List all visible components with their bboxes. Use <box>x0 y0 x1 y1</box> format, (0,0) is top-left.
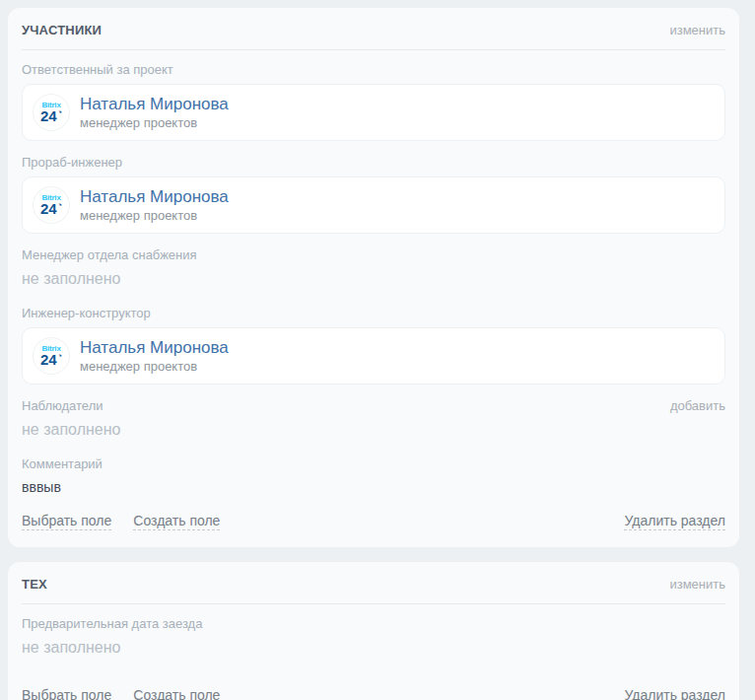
user-name-link[interactable]: Наталья Миронова <box>80 186 229 207</box>
field-comment: Комментарий вввыв <box>22 456 725 496</box>
user-name-link[interactable]: Наталья Миронова <box>80 94 229 114</box>
user-info: Наталья Миронова менеджер проектов <box>80 337 229 375</box>
field-label: Инженер-конструктор <box>22 306 725 320</box>
section-body: Предварительная дата заезда не заполнено <box>22 604 725 658</box>
bitrix24-avatar-icon: Bitrix 24◔ <box>33 337 70 375</box>
create-field-link[interactable]: Создать поле <box>133 513 220 530</box>
field-supply-manager: Менеджер отдела снабжения не заполнено <box>22 247 725 289</box>
field-label: Комментарий <box>22 456 725 471</box>
add-observer-link[interactable]: добавить <box>670 398 725 413</box>
section-footer: Выбрать поле Создать поле Удалить раздел <box>22 500 725 547</box>
field-responsible: Ответственный за проект Bitrix 24◔ Натал… <box>22 62 725 141</box>
user-card[interactable]: Bitrix 24◔ Наталья Миронова менеджер про… <box>22 176 725 234</box>
bitrix24-avatar-icon: Bitrix 24◔ <box>33 94 70 131</box>
user-role: менеджер проектов <box>80 207 229 224</box>
field-design-engineer: Инженер-конструктор Bitrix 24◔ Наталья М… <box>22 306 725 385</box>
section-title: ТЕХ <box>22 577 47 592</box>
clock-icon: ◔ <box>57 201 62 210</box>
section-header: УЧАСТНИКИ изменить <box>22 8 725 50</box>
field-label-row: Наблюдатели добавить <box>22 398 725 413</box>
field-label: Наблюдатели <box>22 398 103 413</box>
section-body: Ответственный за проект Bitrix 24◔ Натал… <box>22 50 725 496</box>
bitrix-logo-bottom: 24◔ <box>40 109 62 123</box>
field-label: Менеджер отдела снабжения <box>22 247 725 262</box>
field-observers: Наблюдатели добавить не заполнено <box>22 398 725 440</box>
user-card[interactable]: Bitrix 24◔ Наталья Миронова менеджер про… <box>22 327 725 385</box>
section-tech: ТЕХ изменить Предварительная дата заезда… <box>8 562 739 700</box>
user-info: Наталья Миронова менеджер проектов <box>80 94 229 131</box>
section-title: УЧАСТНИКИ <box>22 23 102 37</box>
bitrix24-avatar-icon: Bitrix 24◔ <box>33 186 70 224</box>
edit-section-link[interactable]: изменить <box>669 577 725 592</box>
clock-icon: ◔ <box>57 352 62 361</box>
field-empty-value: не заполнено <box>22 638 725 658</box>
user-info: Наталья Миронова менеджер проектов <box>80 186 229 224</box>
create-field-link[interactable]: Создать поле <box>133 687 220 700</box>
field-empty-value: не заполнено <box>22 269 725 289</box>
section-header: ТЕХ изменить <box>22 562 725 604</box>
field-empty-value: не заполнено <box>22 420 725 440</box>
bitrix-logo-bottom: 24◔ <box>40 353 62 367</box>
bitrix-logo-number: 24 <box>40 202 57 216</box>
edit-section-link[interactable]: изменить <box>669 23 725 37</box>
delete-section-link[interactable]: Удалить раздел <box>624 513 725 530</box>
user-role: менеджер проектов <box>80 114 229 131</box>
bitrix-logo-number: 24 <box>40 353 57 367</box>
field-label: Прораб-инженер <box>22 155 725 170</box>
user-name-link[interactable]: Наталья Миронова <box>80 337 229 358</box>
delete-section-link[interactable]: Удалить раздел <box>624 687 725 700</box>
user-card[interactable]: Bitrix 24◔ Наталья Миронова менеджер про… <box>22 84 725 141</box>
field-text-value: вввыв <box>22 478 725 496</box>
select-field-link[interactable]: Выбрать поле <box>22 513 111 530</box>
bitrix-logo-number: 24 <box>40 109 57 123</box>
clock-icon: ◔ <box>57 108 62 117</box>
field-label: Ответственный за проект <box>22 62 725 77</box>
bitrix-logo-bottom: 24◔ <box>40 202 62 216</box>
user-role: менеджер проектов <box>80 358 229 375</box>
field-label: Предварительная дата заезда <box>22 616 725 631</box>
field-preliminary-arrival-date: Предварительная дата заезда не заполнено <box>22 616 725 658</box>
section-footer: Выбрать поле Создать поле Удалить раздел <box>22 674 725 700</box>
section-participants: УЧАСТНИКИ изменить Ответственный за прое… <box>8 8 739 547</box>
field-foreman-engineer: Прораб-инженер Bitrix 24◔ Наталья Мироно… <box>22 155 725 234</box>
select-field-link[interactable]: Выбрать поле <box>22 687 111 700</box>
